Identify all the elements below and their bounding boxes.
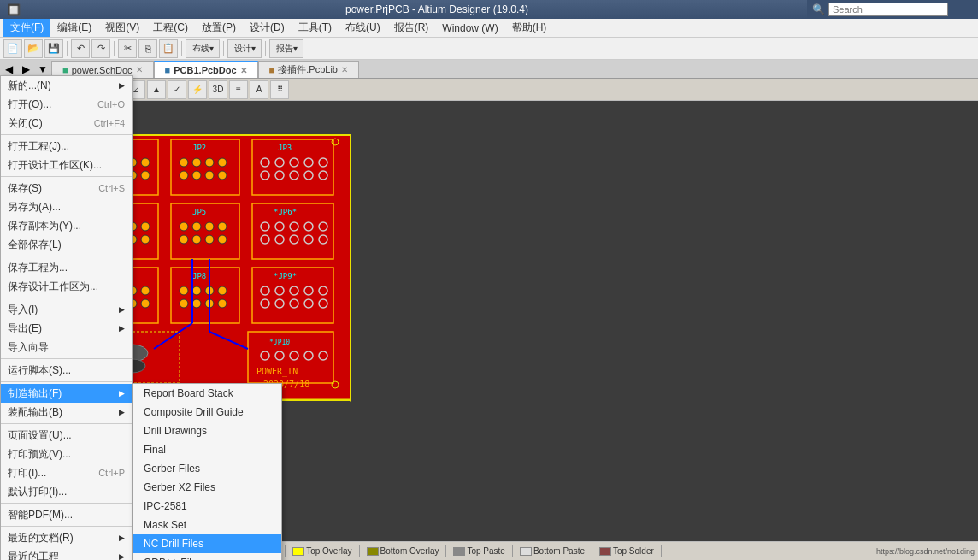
fab-composite-drill[interactable]: Composite Drill Guide	[133, 403, 281, 421]
menu-tools[interactable]: 工具(T)	[292, 19, 339, 37]
dd-open-workspace[interactable]: 打开设计工作区(K)...	[1, 156, 132, 174]
pcb-mark-btn[interactable]: ▲	[147, 80, 166, 99]
menu-help[interactable]: 帮助(H)	[505, 19, 554, 37]
status-layer-top-paste[interactable]: Top Paste	[450, 546, 508, 556]
menu-edit[interactable]: 编辑(E)	[50, 19, 98, 37]
svg-point-74	[141, 299, 150, 308]
dd-recent-docs[interactable]: 最近的文档(R)▶	[1, 528, 132, 547]
svg-point-81	[180, 299, 188, 308]
status-layer-top-solder[interactable]: Top Solder	[596, 546, 657, 556]
menu-window[interactable]: Window (W)	[435, 21, 504, 36]
menu-bar: 文件(F) 编辑(E) 视图(V) 工程(C) 放置(P) 设计(D) 工具(T…	[0, 19, 978, 38]
svg-point-70	[141, 286, 150, 295]
menu-route[interactable]: 布线(U)	[339, 19, 387, 37]
svg-point-80	[218, 286, 227, 295]
new-btn[interactable]: 📄	[3, 39, 22, 58]
dd-new[interactable]: 新的...(N)▶	[1, 76, 132, 95]
pcb-drc-btn[interactable]: ⚡	[188, 80, 207, 99]
svg-point-10	[141, 171, 150, 180]
dd-page-setup[interactable]: 页面设置(U)...	[1, 426, 132, 445]
svg-point-42	[141, 235, 150, 244]
dd-save-workspace[interactable]: 保存设计工作区为...	[1, 277, 132, 296]
dd-save-copy[interactable]: 保存副本为(Y)...	[1, 216, 132, 235]
redo-btn[interactable]: ↷	[91, 39, 110, 58]
fab-nc-drill[interactable]: NC Drill Files	[133, 534, 281, 553]
status-layer-bottom-paste[interactable]: Bottom Paste	[516, 546, 588, 556]
svg-point-77	[180, 286, 188, 295]
layer-label-bottom-paste: Bottom Paste	[533, 546, 585, 556]
dd-import[interactable]: 导入(I)▶	[1, 300, 132, 319]
fab-ipc2581[interactable]: IPC-2581	[133, 497, 281, 516]
svg-point-15	[205, 158, 214, 167]
pcb-misc-btn[interactable]: ⠿	[270, 80, 289, 99]
menu-file[interactable]: 文件(F)	[3, 19, 50, 37]
dd-open[interactable]: 打开(O)...Ctrl+O	[1, 95, 132, 114]
menu-project[interactable]: 工程(C)	[146, 19, 195, 37]
status-layer-bottom-overlay[interactable]: Bottom Overlay	[363, 546, 443, 556]
dd-print[interactable]: 打印(I)...Ctrl+P	[1, 463, 132, 482]
tab-pcblib-close[interactable]: ✕	[341, 65, 348, 74]
fab-mask-set[interactable]: Mask Set	[133, 516, 281, 534]
file-dropdown: 新的...(N)▶ 打开(O)...Ctrl+O 关闭(C)Ctrl+F4 打开…	[0, 75, 133, 560]
main-toolbar: 📄 📂 💾 ↶ ↷ ✂ ⎘ 📋 布线▾ 设计▾ 报告▾	[0, 38, 978, 60]
design-btn[interactable]: 设计▾	[227, 39, 262, 58]
dd-close[interactable]: 关闭(C)Ctrl+F4	[1, 114, 132, 133]
open-btn[interactable]: 📂	[24, 39, 43, 58]
status-layer-top-overlay[interactable]: Top Overlay	[289, 546, 355, 556]
menu-place[interactable]: 放置(P)	[195, 19, 243, 37]
pcb-toolbar: ▼ + ✏ ⊕ □ ↔ ⊿ ▲ ✓ ⚡ 3D ≡ A ⠿	[0, 79, 978, 101]
dd-save-as[interactable]: 另存为(A)...	[1, 197, 132, 216]
paste-btn[interactable]: 📋	[159, 39, 178, 58]
svg-point-48	[218, 222, 227, 231]
dd-open-project[interactable]: 打开工程(J)...	[1, 137, 132, 156]
fab-drill-drawings[interactable]: Drill Drawings	[133, 421, 281, 440]
pcb-text-btn[interactable]: A	[250, 80, 268, 99]
dd-assembly-output[interactable]: 装配输出(B)▶	[1, 403, 132, 421]
dd-default-print[interactable]: 默认打印(I)...	[1, 482, 132, 501]
search-bar: 🔍	[807, 0, 978, 19]
dd-import-wizard[interactable]: 导入向导	[1, 338, 132, 357]
svg-point-84	[218, 299, 227, 308]
tab-pcblib[interactable]: ■ 接插件.PcbLib ✕	[258, 61, 359, 78]
search-input[interactable]	[828, 3, 948, 16]
pcb-3d-btn[interactable]: 3D	[209, 80, 227, 99]
dd-fab-output[interactable]: 制造输出(F)▶	[1, 384, 132, 403]
dd-recent-projects[interactable]: 最近的工程▶	[1, 547, 132, 560]
dd-smart-pdf[interactable]: 智能PDF(M)...	[1, 505, 132, 524]
menu-view[interactable]: 视图(V)	[98, 19, 146, 37]
fab-odb[interactable]: ODB++ Files	[133, 553, 281, 560]
pcb-check-btn[interactable]: ✓	[168, 80, 186, 99]
layer-label-top-overlay: Top Overlay	[306, 546, 351, 556]
svg-point-52	[218, 235, 227, 244]
dd-export[interactable]: 导出(E)▶	[1, 319, 132, 338]
undo-btn[interactable]: ↶	[71, 39, 90, 58]
route-btn[interactable]: 布线▾	[186, 39, 220, 58]
report-btn[interactable]: 报告▾	[269, 39, 303, 58]
dd-run-script[interactable]: 运行脚本(S)...	[1, 361, 132, 380]
svg-text:POWER_IN: POWER_IN	[256, 367, 298, 377]
cut-btn[interactable]: ✂	[118, 39, 137, 58]
dd-save-project[interactable]: 保存工程为...	[1, 258, 132, 277]
save-btn[interactable]: 💾	[44, 39, 63, 58]
svg-point-47	[205, 222, 214, 231]
svg-point-49	[180, 235, 188, 244]
dd-save-all[interactable]: 全部保存(L)	[1, 235, 132, 254]
dd-save[interactable]: 保存(S)Ctrl+S	[1, 179, 132, 197]
tab-schematic-close[interactable]: ✕	[136, 65, 143, 74]
dd-print-preview[interactable]: 打印预览(V)...	[1, 445, 132, 463]
tab-pcb[interactable]: ■ PCB1.PcbDoc ✕	[154, 61, 258, 78]
layer-color-top-solder	[599, 547, 611, 556]
fab-gerber-x2[interactable]: Gerber X2 Files	[133, 478, 281, 497]
fab-report-board-stack[interactable]: Report Board Stack	[133, 384, 281, 403]
window-title: power.PrjPCB - Altium Designer (19.0.4)	[21, 3, 853, 15]
svg-point-45	[180, 222, 188, 231]
menu-report[interactable]: 报告(R)	[387, 19, 436, 37]
layer-color-bottom-paste	[520, 547, 532, 556]
menu-design[interactable]: 设计(D)	[243, 19, 292, 37]
fab-gerber[interactable]: Gerber Files	[133, 459, 281, 478]
pcb-layer-btn[interactable]: ≡	[229, 80, 248, 99]
svg-text:JP2: JP2	[192, 144, 206, 152]
fab-final[interactable]: Final	[133, 440, 281, 459]
copy-btn[interactable]: ⎘	[138, 39, 157, 58]
tab-pcb-close[interactable]: ✕	[240, 66, 247, 75]
